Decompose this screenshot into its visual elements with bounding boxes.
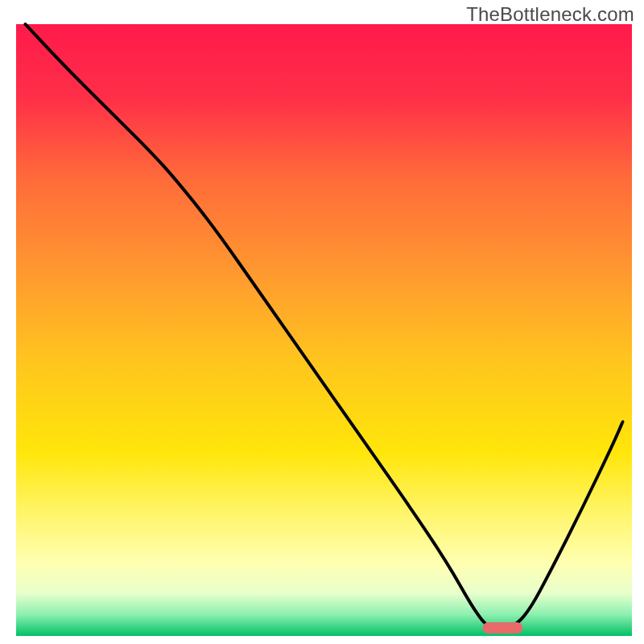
optimal-region-marker: [482, 622, 522, 634]
gradient-background: [16, 24, 632, 636]
watermark-label: TheBottleneck.com: [466, 3, 634, 26]
bottleneck-chart: [0, 0, 644, 644]
chart-container: TheBottleneck.com: [0, 0, 644, 644]
